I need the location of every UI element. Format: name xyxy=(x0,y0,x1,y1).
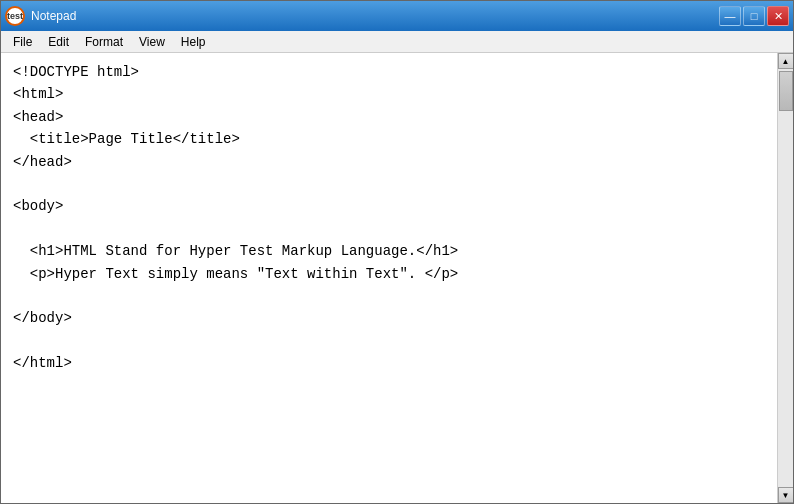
notepad-window: test Notepad — □ ✕ File Edit Format View… xyxy=(0,0,794,504)
title-bar: test Notepad — □ ✕ xyxy=(1,1,793,31)
menu-edit[interactable]: Edit xyxy=(40,33,77,51)
text-editor[interactable]: <!DOCTYPE html> <html> <head> <title>Pag… xyxy=(1,53,777,503)
window-title: Notepad xyxy=(31,9,719,23)
icon-label: test xyxy=(7,11,23,21)
scroll-down-button[interactable]: ▼ xyxy=(778,487,794,503)
menu-format[interactable]: Format xyxy=(77,33,131,51)
menu-help[interactable]: Help xyxy=(173,33,214,51)
close-button[interactable]: ✕ xyxy=(767,6,789,26)
window-icon: test xyxy=(5,6,25,26)
text-area-container: <!DOCTYPE html> <html> <head> <title>Pag… xyxy=(1,53,793,503)
menu-bar: File Edit Format View Help xyxy=(1,31,793,53)
window-controls: — □ ✕ xyxy=(719,6,789,26)
scroll-up-button[interactable]: ▲ xyxy=(778,53,794,69)
scrollbar-thumb[interactable] xyxy=(779,71,793,111)
menu-file[interactable]: File xyxy=(5,33,40,51)
scrollbar-track[interactable] xyxy=(778,69,794,487)
menu-view[interactable]: View xyxy=(131,33,173,51)
minimize-button[interactable]: — xyxy=(719,6,741,26)
scrollbar-vertical[interactable]: ▲ ▼ xyxy=(777,53,793,503)
maximize-button[interactable]: □ xyxy=(743,6,765,26)
